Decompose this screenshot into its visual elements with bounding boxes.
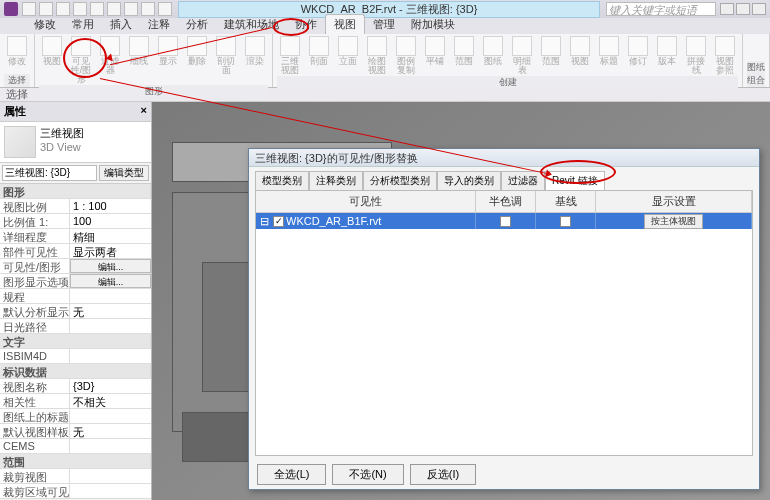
qat-btn[interactable]	[90, 2, 104, 16]
ribbon-button[interactable]: 视图参照	[712, 36, 738, 75]
baseline-checkbox[interactable]	[560, 216, 571, 227]
link-row[interactable]: ⊟✓WKCD_AR_B1F.rvt 按主体视图	[256, 213, 752, 229]
prop-row[interactable]: 默认视图样板无	[0, 424, 151, 439]
prop-row[interactable]: 视图比例1 : 100	[0, 199, 151, 214]
qat-btn[interactable]	[141, 2, 155, 16]
col-visibility: 可见性	[256, 191, 476, 212]
prop-row[interactable]: 视图名称{3D}	[0, 379, 151, 394]
view-type: 三维视图	[40, 126, 84, 141]
ribbon-button[interactable]: 剖切面	[213, 36, 239, 75]
invert-button[interactable]: 反选(I)	[410, 464, 476, 485]
dialog-tab[interactable]: 导入的类别	[437, 171, 501, 190]
ribbon-button[interactable]: 拼接线	[683, 36, 709, 75]
qat-btn[interactable]	[158, 2, 172, 16]
prop-row[interactable]: 图纸上的标题	[0, 409, 151, 424]
app-logo	[4, 2, 18, 16]
ribbon-tab[interactable]: 注释	[140, 15, 178, 34]
ribbon-button[interactable]: 明细表	[509, 36, 535, 75]
ribbon-button[interactable]: 图纸	[480, 36, 506, 66]
ribbon-button[interactable]: 修改	[4, 36, 30, 66]
ribbon-button[interactable]: 标题	[596, 36, 622, 66]
ribbon-button[interactable]: 平铺	[422, 36, 448, 66]
ribbon-button[interactable]: 图例复制	[393, 36, 419, 75]
panel-title: 创建	[277, 76, 738, 89]
ribbon-button[interactable]: 细线	[126, 36, 152, 66]
prop-row[interactable]: 比例值 1:100	[0, 214, 151, 229]
dialog-tab[interactable]: Revit 链接	[545, 171, 605, 190]
qat-btn[interactable]	[39, 2, 53, 16]
prop-row[interactable]: 默认分析显示无	[0, 304, 151, 319]
dialog-tab[interactable]: 注释类别	[309, 171, 363, 190]
quick-access-toolbar	[22, 2, 172, 16]
ribbon-tab[interactable]: 附加模块	[403, 15, 463, 34]
properties-panel: 属性× 三维视图3D View 三维视图: {3D} 编辑类型 图形视图比例1 …	[0, 102, 152, 500]
prop-row[interactable]: 可见性/图形编辑...	[0, 259, 151, 274]
ribbon-button[interactable]: 版本	[654, 36, 680, 66]
ribbon-button[interactable]: 三维视图	[277, 36, 303, 75]
select-all-button[interactable]: 全选(L)	[257, 464, 326, 485]
edit-type-button[interactable]: 编辑类型	[99, 165, 149, 181]
close-icon[interactable]	[752, 3, 766, 15]
dialog-tab[interactable]: 分析模型类别	[363, 171, 437, 190]
ribbon-button[interactable]: 视图	[567, 36, 593, 66]
prop-row[interactable]: 详细程度精细	[0, 229, 151, 244]
ribbon-button[interactable]: 过滤器	[97, 36, 123, 75]
ribbon: 修改选择视图可见性/图形过滤器细线显示删除剖切面渲染图形三维视图剖面立面绘图视图…	[0, 34, 770, 88]
col-display: 显示设置	[596, 191, 752, 212]
ribbon-tab[interactable]: 常用	[64, 15, 102, 34]
prop-row[interactable]: 图形显示选项编辑...	[0, 274, 151, 289]
prop-row[interactable]: 部件可见性显示两者	[0, 244, 151, 259]
prop-row[interactable]: ISBIM4D	[0, 349, 151, 364]
prop-row[interactable]: 规程	[0, 289, 151, 304]
ribbon-tab[interactable]: 协作	[287, 15, 325, 34]
col-halftone: 半色调	[476, 191, 536, 212]
ribbon-button[interactable]: 范围	[538, 36, 564, 66]
view-sub: 3D View	[40, 141, 84, 153]
prop-category[interactable]: 图形	[0, 184, 151, 199]
close-icon[interactable]: ×	[141, 104, 147, 119]
prop-row[interactable]: 裁剪视图	[0, 469, 151, 484]
ribbon-tab[interactable]: 视图	[325, 14, 365, 34]
prop-row[interactable]: CEMS	[0, 439, 151, 454]
qat-btn[interactable]	[22, 2, 36, 16]
ribbon-tab[interactable]: 分析	[178, 15, 216, 34]
prop-category[interactable]: 标识数据	[0, 364, 151, 379]
minimize-icon[interactable]	[736, 3, 750, 15]
ribbon-tab[interactable]: 插入	[102, 15, 140, 34]
qat-btn[interactable]	[56, 2, 70, 16]
ribbon-tab[interactable]: 建筑和场地	[216, 15, 287, 34]
ribbon-button[interactable]: 绘图视图	[364, 36, 390, 75]
ribbon-button[interactable]: 渲染	[242, 36, 268, 66]
search-input[interactable]: 键入关键字或短语	[606, 2, 716, 16]
ribbon-button[interactable]: 可见性/图形	[68, 36, 94, 84]
ribbon-button[interactable]: 修订	[625, 36, 651, 66]
prop-category[interactable]: 文字	[0, 334, 151, 349]
context-label: 选择	[6, 87, 28, 102]
ribbon-button[interactable]: 显示	[155, 36, 181, 66]
dialog-tab[interactable]: 过滤器	[501, 171, 545, 190]
qat-btn[interactable]	[124, 2, 138, 16]
qat-btn[interactable]	[107, 2, 121, 16]
qat-btn[interactable]	[73, 2, 87, 16]
dialog-tab[interactable]: 模型类别	[255, 171, 309, 190]
grid-header: 可见性 半色调 基线 显示设置	[256, 191, 752, 213]
prop-row[interactable]: 裁剪区域可见	[0, 484, 151, 499]
ribbon-tab[interactable]: 管理	[365, 15, 403, 34]
prop-row[interactable]: 相关性不相关	[0, 394, 151, 409]
help-icon[interactable]	[720, 3, 734, 15]
ribbon-button[interactable]: 视图	[39, 36, 65, 66]
ribbon-button[interactable]: 立面	[335, 36, 361, 66]
prop-category[interactable]: 范围	[0, 454, 151, 469]
visibility-checkbox[interactable]: ✓	[273, 216, 284, 227]
select-none-button[interactable]: 不选(N)	[332, 464, 403, 485]
ribbon-button[interactable]: 删除	[184, 36, 210, 66]
type-selector[interactable]: 三维视图: {3D}	[2, 165, 97, 181]
display-settings-button[interactable]: 按主体视图	[644, 214, 703, 229]
ribbon-button[interactable]: 范围	[451, 36, 477, 66]
visibility-graphics-dialog: 三维视图: {3D}的可见性/图形替换 模型类别注释类别分析模型类别导入的类别过…	[248, 148, 760, 490]
prop-row[interactable]: 日光路径	[0, 319, 151, 334]
ribbon-button[interactable]: 剖面	[306, 36, 332, 66]
link-name: WKCD_AR_B1F.rvt	[286, 215, 381, 227]
ribbon-tab[interactable]: 修改	[26, 15, 64, 34]
halftone-checkbox[interactable]	[500, 216, 511, 227]
